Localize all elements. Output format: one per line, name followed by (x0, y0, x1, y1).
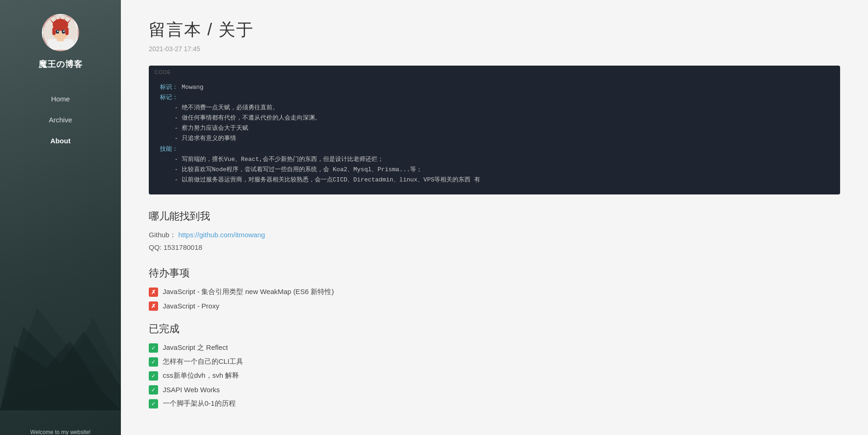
svg-point-17 (57, 31, 59, 32)
todo-icon-2: ✗ (149, 301, 158, 311)
page-title: 留言本 / 关于 (149, 19, 840, 41)
svg-rect-14 (65, 27, 68, 35)
code-block: CODE 标识： Mowang 标记： - 绝不消费一点天赋，必须勇往直前。 -… (149, 66, 840, 194)
sidebar-footer: Welcome to my website! © 2023 YOUR NAME … (0, 425, 121, 435)
done-icon-2: ✓ (149, 357, 158, 367)
done-item-5: ✓ 一个脚手架从0-1的历程 (149, 399, 840, 408)
qq-line: QQ: 1531780018 (149, 243, 840, 251)
mountain-illustration (0, 224, 121, 410)
where-title: 哪儿能找到我 (149, 209, 840, 223)
sidebar-nav: Home Archive About (0, 88, 121, 151)
todo-title: 待办事项 (149, 266, 840, 280)
todo-label-1: JavaScript - 集合引用类型 new WeakMap (ES6 新特性… (163, 288, 334, 296)
code-label: CODE (154, 69, 171, 75)
sidebar: 魔王の博客 Home Archive About Welcome to my w… (0, 0, 121, 435)
done-item-2: ✓ 怎样有一个自己的CLI工具 (149, 357, 840, 367)
todo-label-2: JavaScript - Proxy (163, 302, 219, 310)
code-content: 标识： Mowang 标记： - 绝不消费一点天赋，必须勇往直前。 - 做任何事… (160, 82, 829, 185)
main-content: 留言本 / 关于 2021-03-27 17:45 CODE 标识： Mowan… (121, 0, 868, 435)
todo-section: 待办事项 ✗ JavaScript - 集合引用类型 new WeakMap (… (149, 266, 840, 311)
done-icon-5: ✓ (149, 399, 158, 408)
sidebar-content: 魔王の博客 Home Archive About (0, 14, 121, 151)
done-icon-3: ✓ (149, 371, 158, 381)
done-section: 已完成 ✓ JavaScript 之 Reflect ✓ 怎样有一个自己的CLI… (149, 322, 840, 408)
done-label-1: JavaScript 之 Reflect (163, 343, 228, 352)
done-title: 已完成 (149, 322, 840, 336)
done-label-5: 一个脚手架从0-1的历程 (163, 399, 236, 408)
blog-title: 魔王の博客 (39, 59, 83, 70)
github-line: Github： https://github.com/itmowang (149, 231, 840, 240)
done-icon-1: ✓ (149, 343, 158, 353)
done-label-2: 怎样有一个自己的CLI工具 (163, 357, 243, 366)
done-icon-4: ✓ (149, 385, 158, 395)
todo-icon-1: ✗ (149, 288, 158, 297)
github-label: Github： (149, 231, 176, 239)
done-label-3: css新单位dvh，svh 解释 (163, 371, 239, 380)
github-link[interactable]: https://github.com/itmowang (178, 231, 265, 239)
nav-item-home[interactable]: Home (0, 88, 121, 109)
todo-item-2: ✗ JavaScript - Proxy (149, 301, 840, 311)
nav-item-archive[interactable]: Archive (0, 109, 121, 130)
avatar (42, 14, 79, 51)
svg-point-18 (63, 31, 65, 32)
nav-item-about[interactable]: About (0, 130, 121, 151)
welcome-text: Welcome to my website! (30, 429, 91, 435)
svg-rect-13 (52, 27, 55, 35)
done-item-4: ✓ JSAPI Web Works (149, 385, 840, 395)
done-item-3: ✓ css新单位dvh，svh 解释 (149, 371, 840, 381)
page-date: 2021-03-27 17:45 (149, 45, 840, 53)
done-label-4: JSAPI Web Works (163, 386, 220, 394)
todo-item-1: ✗ JavaScript - 集合引用类型 new WeakMap (ES6 新… (149, 288, 840, 297)
contact-section: 哪儿能找到我 Github： https://github.com/itmowa… (149, 209, 840, 251)
done-item-1: ✓ JavaScript 之 Reflect (149, 343, 840, 353)
